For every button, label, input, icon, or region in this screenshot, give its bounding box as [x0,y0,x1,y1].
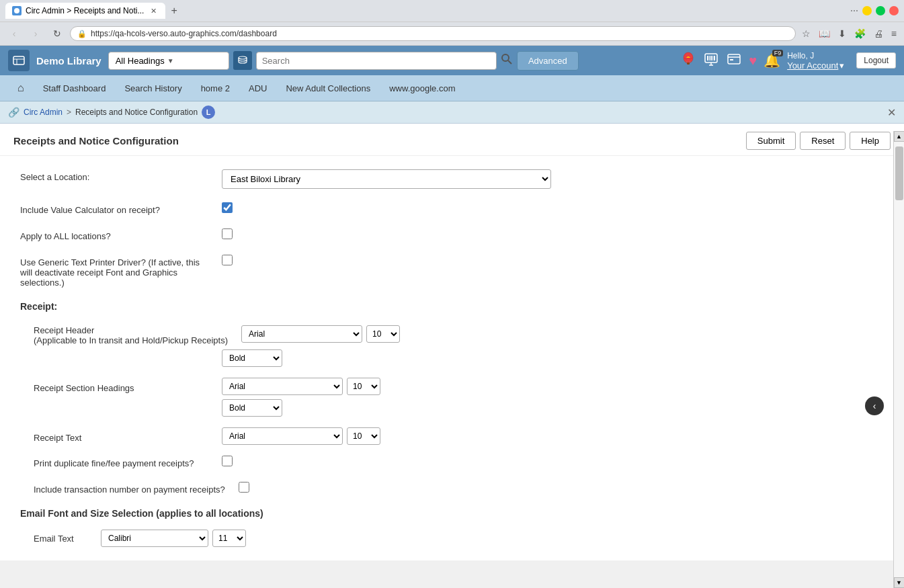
header-icons: ♥ 🔔 F9 Hello, J Your Account ▾ Logout [680,51,896,71]
email-section-title: Email Font and Size Selection (applies t… [20,508,884,519]
apply-all-checkbox[interactable] [222,228,233,239]
svg-rect-18 [712,56,713,60]
window-maximize-button[interactable] [876,6,885,15]
nav-new-adult-collections[interactable]: New Adult Collections [276,77,380,100]
receipt-header-style-row: Bold Normal Italic [20,349,884,367]
receipt-section-font-select[interactable]: Arial Times New Roman Calibri [222,378,343,395]
tab-title: Circ Admin > Receipts and Noti... [26,6,144,15]
back-button[interactable]: ‹ [5,25,23,42]
search-button[interactable] [501,53,513,68]
receipt-section-style-select[interactable]: Bold Normal Italic [222,399,282,417]
close-tab-button[interactable]: ✕ [148,5,159,16]
receipt-text-label: Receipt Text [20,430,208,443]
value-calc-checkbox[interactable] [222,202,233,213]
generic-printer-label: Use Generic Text Printer Driver? (If act… [20,255,208,288]
receipt-header-font-select[interactable]: Arial Times New Roman Calibri [241,325,362,343]
receipt-header-style-spacer [20,357,208,360]
heart-icon-button[interactable]: ♥ [749,53,757,69]
receipt-section-size-select[interactable]: 10 8 12 [347,378,380,395]
page-title: Receipts and Notice Configuration [13,135,179,146]
include-transaction-checkbox[interactable] [239,482,249,493]
forward-button[interactable]: › [27,25,44,42]
main-content: Receipts and Notice Configuration Submit… [0,124,904,560]
nav-google[interactable]: www.google.com [380,77,464,100]
svg-point-5 [502,54,509,61]
window-minimize-button[interactable] [862,6,872,15]
print-duplicate-checkbox[interactable] [222,456,233,466]
card-icon-button[interactable] [726,51,742,71]
new-tab-button[interactable]: + [165,3,182,18]
database-icon[interactable] [233,51,252,70]
nav-adu[interactable]: ADU [239,77,276,100]
receipt-section-style-spacer [20,407,208,409]
receipt-section-headings-row: Receipt Section Headings Arial Times New… [20,378,884,395]
bell-icon-button[interactable]: 🔔 F9 [764,52,780,69]
address-bar[interactable]: 🔒 https://qa-hcols-verso.auto-graphics.c… [70,26,796,41]
receipt-section-title: Receipt: [20,301,884,312]
nav-search-history[interactable]: Search History [115,77,191,100]
scrollbar-thumb[interactable] [895,146,903,200]
balloon-icon-button[interactable] [680,51,696,71]
svg-rect-20 [728,54,740,64]
breadcrumb-icon: 🔗 [8,107,19,118]
account-arrow-icon: ▾ [839,60,844,71]
logout-button[interactable]: Logout [856,52,896,69]
page-actions: Submit Reset Help [746,132,891,150]
extensions-button[interactable]: 🧩 [852,26,868,41]
breadcrumb-separator: > [67,108,71,117]
reset-button[interactable]: Reset [800,132,846,150]
sidebar-toggle-button[interactable]: ‹ [865,396,884,415]
account-text[interactable]: Your Account [787,60,838,71]
submit-button[interactable]: Submit [746,132,796,150]
refresh-button[interactable]: ↻ [48,25,66,42]
breadcrumb-badge: L [202,106,215,119]
search-input[interactable] [256,52,497,70]
receipt-section: Receipt: Receipt Header (Applicable to I… [20,301,884,495]
value-calc-label: Include Value Calculator on receipt? [20,202,208,215]
vertical-scrollbar[interactable]: ▲ ▼ [893,131,904,560]
generic-printer-row: Use Generic Text Printer Driver? (If act… [20,255,884,288]
help-button[interactable]: Help [850,132,891,150]
receipt-text-font-select[interactable]: Arial Times New Roman Calibri [222,427,343,445]
heading-select[interactable]: All Headings ▼ [108,52,229,70]
scrollbar-track [894,142,904,560]
print-button[interactable]: 🖨 [872,26,885,41]
breadcrumb-close-button[interactable]: ✕ [887,106,896,119]
bookmark-button[interactable]: ☆ [800,26,813,41]
browser-nav-bar: ‹ › ↻ 🔒 https://qa-hcols-verso.auto-grap… [0,22,904,45]
scrollbar-up-button[interactable]: ▲ [894,131,905,142]
advanced-button[interactable]: Advanced [517,51,579,71]
page-header: Receipts and Notice Configuration Submit… [0,124,904,156]
email-text-font-select[interactable]: Calibri Arial Times New Roman [101,530,208,547]
generic-printer-checkbox[interactable] [222,255,233,265]
tab-favicon [12,6,22,15]
svg-rect-22 [730,59,733,60]
email-text-size-select[interactable]: 11 10 12 [212,530,246,547]
window-more-icon: ⋯ [850,6,858,15]
window-close-button[interactable] [889,6,899,15]
home-nav-button[interactable]: ⌂ [8,75,34,101]
nav-staff-dashboard[interactable]: Staff Dashboard [34,77,116,100]
pocket-button[interactable]: ⬇ [836,26,848,41]
svg-line-6 [508,60,511,64]
location-select[interactable]: East Biloxi Library Main Library North B… [222,169,551,189]
reader-view-button[interactable]: 📖 [817,26,832,41]
receipt-header-style-select[interactable]: Bold Normal Italic [222,349,282,367]
receipt-text-size-select[interactable]: 10 8 12 [347,427,380,445]
menu-button[interactable]: ≡ [889,26,899,41]
value-calculator-row: Include Value Calculator on receipt? [20,202,884,215]
hello-text: Hello, J [787,51,844,60]
notification-badge: F9 [772,50,784,56]
receipt-header-label: Receipt Header (Applicable to In transit… [20,323,228,345]
breadcrumb-bar: 🔗 Circ Admin > Receipts and Notice Confi… [0,101,904,124]
receipt-header-size-select[interactable]: 10 8 12 [366,325,400,343]
app-header: Demo Library All Headings ▼ Advanced [0,46,904,75]
monitor-icon-button[interactable] [703,51,719,71]
user-section: Hello, J Your Account ▾ [787,51,844,71]
receipt-header-controls: Arial Times New Roman Calibri 10 8 12 [241,325,400,343]
form-content: Select a Location: East Biloxi Library M… [0,156,904,560]
browser-tab[interactable]: Circ Admin > Receipts and Noti... ✕ [5,3,165,19]
url-text: https://qa-hcols-verso.auto-graphics.com… [91,29,788,38]
breadcrumb-circ-admin[interactable]: Circ Admin [24,108,63,117]
nav-home2[interactable]: home 2 [192,77,239,100]
